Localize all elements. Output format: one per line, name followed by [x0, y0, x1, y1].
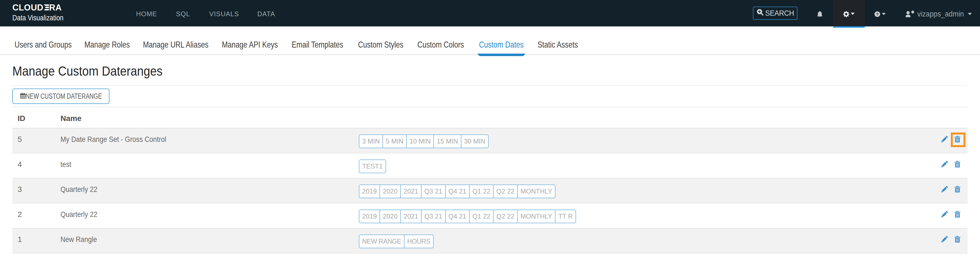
svg-text:?: ? [876, 12, 878, 16]
